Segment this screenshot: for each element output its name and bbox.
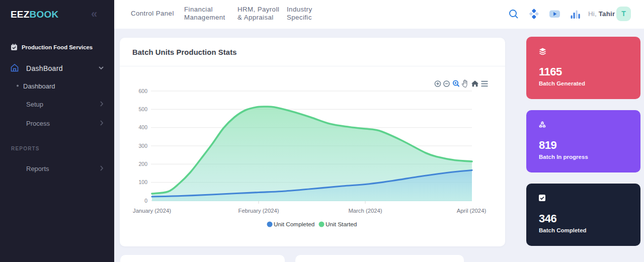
svg-text:February (2024): February (2024) bbox=[238, 208, 279, 214]
svg-text:April (2024): April (2024) bbox=[457, 208, 487, 214]
svg-text:100: 100 bbox=[138, 179, 147, 185]
svg-text:Unit Completed: Unit Completed bbox=[274, 221, 314, 228]
svg-text:January (2024): January (2024) bbox=[133, 208, 171, 214]
svg-text:0: 0 bbox=[144, 198, 147, 204]
svg-text:600: 600 bbox=[138, 88, 147, 94]
svg-text:Unit Started: Unit Started bbox=[326, 221, 357, 228]
svg-text:March (2024): March (2024) bbox=[348, 208, 382, 214]
svg-text:300: 300 bbox=[138, 143, 147, 149]
